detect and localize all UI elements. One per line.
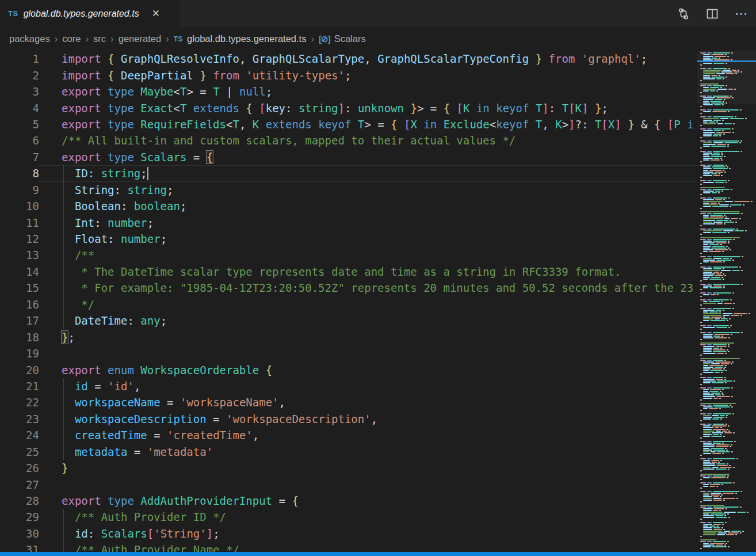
minimap-line — [700, 494, 756, 496]
minimap-line — [700, 130, 756, 131]
line-number[interactable]: 25 — [0, 445, 39, 458]
code-line[interactable]: 21 id = 'id', — [0, 378, 697, 394]
line-number[interactable]: 10 — [0, 200, 39, 212]
line-number[interactable]: 8 — [0, 167, 39, 180]
line-number[interactable]: 30 — [0, 527, 39, 540]
code-line[interactable]: 31 /** Auth Provider Name */ — [0, 542, 697, 552]
code-token: T — [180, 102, 186, 115]
code-line[interactable]: 9 String: string; — [0, 182, 697, 198]
breadcrumb-item-global-db-types-generated-ts[interactable]: TSglobal.db.types.generated.ts — [174, 33, 307, 44]
line-number[interactable]: 22 — [0, 396, 39, 409]
line-number[interactable]: 20 — [0, 364, 39, 376]
line-number[interactable]: 12 — [0, 233, 39, 245]
code-line[interactable]: 23 workspaceDescription = 'workspaceDesc… — [0, 411, 697, 427]
breadcrumb-item-src[interactable]: src — [93, 33, 106, 44]
more-actions-icon[interactable]: ⋯ — [734, 7, 748, 21]
minimap-line — [700, 125, 756, 126]
compare-changes-icon[interactable] — [677, 7, 690, 21]
code-token: export — [62, 85, 108, 98]
code-line[interactable]: 20export enum WorkspaceOrderable { — [0, 361, 697, 378]
code-token: , — [253, 429, 259, 441]
breadcrumb-item-generated[interactable]: generated — [119, 33, 161, 44]
code-line[interactable]: 7export type Scalars = { — [0, 149, 697, 165]
code-line[interactable]: 17 DateTime: any; — [0, 313, 697, 329]
line-number[interactable]: 3 — [0, 85, 39, 98]
code-line[interactable]: 5export type RequireFields<T, K extends … — [0, 116, 697, 132]
code-line[interactable]: 30 id: Scalars['String']; — [0, 525, 697, 542]
line-number[interactable]: 18 — [0, 331, 39, 344]
breadcrumb-item-scalars[interactable]: [⊘]Scalars — [319, 33, 366, 44]
minimap-line — [700, 398, 756, 399]
line-number[interactable]: 11 — [0, 216, 39, 229]
line-number[interactable]: 24 — [0, 429, 39, 441]
chevron-right-icon: › — [85, 33, 89, 45]
minimap-line — [700, 387, 756, 389]
code-token: string — [101, 167, 141, 180]
code-line[interactable]: 24 createdTime = 'createdTime', — [0, 427, 697, 443]
line-number[interactable]: 5 — [0, 118, 39, 131]
minimap-line — [700, 158, 756, 159]
code-token: ; — [641, 52, 647, 65]
line-number[interactable]: 15 — [0, 281, 39, 294]
code-line[interactable]: 4export type Exact<T extends { [key: str… — [0, 100, 697, 116]
minimap-current-line-marker — [697, 60, 756, 62]
line-number[interactable]: 6 — [0, 134, 39, 147]
code-line[interactable]: 18}; — [0, 329, 697, 345]
line-number[interactable]: 1 — [0, 52, 39, 65]
close-icon[interactable]: ✕ — [150, 7, 162, 20]
minimap-line — [700, 258, 756, 259]
code-token — [62, 216, 75, 229]
code-line[interactable]: 6/** All built-in and custom scalars, ma… — [0, 132, 697, 148]
minimap-line — [700, 175, 756, 176]
line-number[interactable]: 14 — [0, 265, 39, 278]
code-editor[interactable]: 1import { GraphQLResolveInfo, GraphQLSca… — [0, 51, 756, 552]
code-line[interactable]: 1import { GraphQLResolveInfo, GraphQLSca… — [0, 51, 697, 67]
code-token: ; — [213, 527, 219, 540]
minimap-line — [700, 377, 756, 378]
line-number[interactable]: 16 — [0, 298, 39, 311]
code-area[interactable]: 1import { GraphQLResolveInfo, GraphQLSca… — [0, 51, 697, 552]
line-number[interactable]: 31 — [0, 543, 39, 552]
line-number[interactable]: 13 — [0, 249, 39, 261]
code-line-text: export type RequireFields<T, K extends k… — [39, 116, 697, 132]
code-line[interactable]: 13 /** — [0, 247, 697, 263]
code-line[interactable]: 14 * The DateTime scalar type represents… — [0, 264, 697, 280]
code-line[interactable]: 11 Int: number; — [0, 214, 697, 230]
minimap-line — [700, 225, 756, 226]
code-line[interactable]: 28export type AddAuthProviderInput = { — [0, 493, 697, 509]
split-editor-icon[interactable] — [705, 7, 719, 21]
line-number[interactable]: 23 — [0, 413, 39, 425]
tab-global-db-types-generated-ts[interactable]: TS global.db.types.generated.ts ✕ — [0, 0, 180, 27]
code-line[interactable]: 8 ID: string; — [0, 165, 697, 181]
code-line[interactable]: 26} — [0, 460, 697, 476]
line-number[interactable]: 26 — [0, 462, 39, 474]
code-line[interactable]: 22 workspaceName = 'workspaceName', — [0, 394, 697, 410]
code-line-text: export type Maybe<T> = T | null; — [39, 83, 697, 100]
code-line[interactable]: 10 Boolean: boolean; — [0, 198, 697, 214]
line-number[interactable]: 2 — [0, 69, 39, 82]
code-line[interactable]: 2import { DeepPartial } from 'utility-ty… — [0, 67, 697, 83]
code-line[interactable]: 15 * For example: "1985-04-12T23:20:50.5… — [0, 280, 697, 296]
breadcrumb-item-packages[interactable]: packages — [9, 33, 50, 44]
line-number[interactable]: 19 — [0, 347, 39, 360]
code-line[interactable]: 3export type Maybe<T> = T | null; — [0, 83, 697, 100]
breadcrumb-item-core[interactable]: core — [62, 33, 81, 44]
line-number[interactable]: 4 — [0, 102, 39, 115]
minimap[interactable] — [697, 51, 756, 552]
line-number[interactable]: 21 — [0, 380, 39, 393]
line-number[interactable]: 9 — [0, 184, 39, 196]
minimap-slider[interactable] — [697, 51, 756, 104]
code-token: < — [173, 102, 180, 115]
line-number[interactable]: 7 — [0, 151, 39, 163]
code-line[interactable]: 29 /** Auth Provider ID */ — [0, 509, 697, 525]
minimap-line — [700, 391, 756, 392]
line-number[interactable]: 28 — [0, 494, 39, 507]
code-line[interactable]: 12 Float: number; — [0, 231, 697, 247]
code-line[interactable]: 27 — [0, 476, 697, 492]
code-line[interactable]: 16 */ — [0, 296, 697, 313]
code-line[interactable]: 25 metadata = 'metadata' — [0, 444, 697, 460]
code-line[interactable]: 19 — [0, 345, 697, 361]
line-number[interactable]: 27 — [0, 478, 39, 491]
line-number[interactable]: 29 — [0, 511, 39, 523]
line-number[interactable]: 17 — [0, 314, 39, 327]
